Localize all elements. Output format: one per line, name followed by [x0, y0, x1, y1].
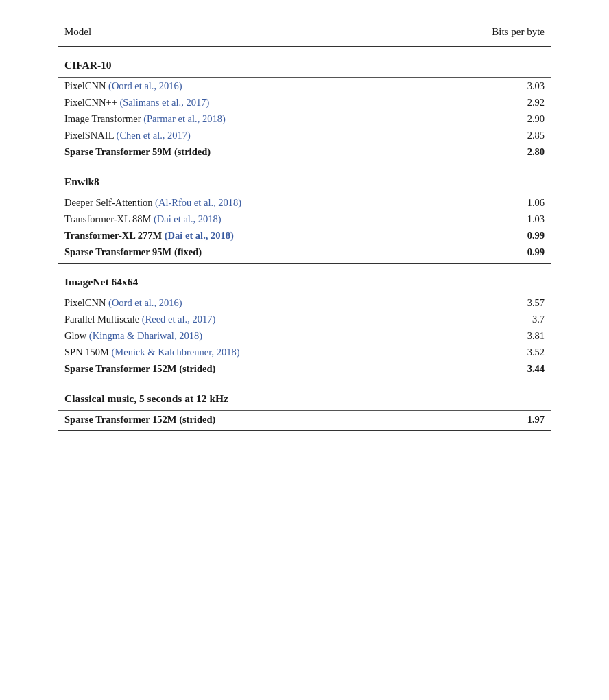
- model-cell: Glow (Kingma & Dhariwal, 2018): [58, 327, 424, 344]
- value-cell: 0.99: [424, 227, 551, 244]
- table-row: Deeper Self-Attention (Al-Rfou et al., 2…: [58, 194, 551, 211]
- table-row: Image Transformer (Parmar et al., 2018)2…: [58, 110, 551, 127]
- citation-link[interactable]: (Oord et al., 2016): [108, 80, 182, 91]
- table-row: SPN 150M (Menick & Kalchbrenner, 2018)3.…: [58, 344, 551, 360]
- table-row: Sparse Transformer 59M (strided)2.80: [58, 143, 551, 160]
- value-cell: 2.80: [424, 143, 551, 160]
- model-cell: Parallel Multiscale (Reed et al., 2017): [58, 311, 424, 327]
- value-cell: 1.03: [424, 211, 551, 227]
- section-header-enwik8: Enwik8: [58, 163, 551, 194]
- citation-link[interactable]: (Salimans et al., 2017): [119, 97, 209, 108]
- model-cell: Sparse Transformer 152M (strided): [58, 411, 424, 428]
- table-row: Sparse Transformer 95M (fixed)0.99: [58, 244, 551, 260]
- table-row: Glow (Kingma & Dhariwal, 2018)3.81: [58, 327, 551, 344]
- value-cell: 3.03: [424, 78, 551, 94]
- citation-link[interactable]: (Oord et al., 2016): [108, 297, 182, 308]
- table-row: PixelCNN (Oord et al., 2016)3.57: [58, 294, 551, 311]
- section-title-imagenet64: ImageNet 64x64: [58, 264, 551, 294]
- model-cell: PixelCNN (Oord et al., 2016): [58, 78, 424, 94]
- citation-link[interactable]: (Al-Rfou et al., 2018): [155, 197, 241, 208]
- citation-link[interactable]: (Parmar et al., 2018): [143, 113, 226, 124]
- table-row: PixelCNN (Oord et al., 2016)3.03: [58, 78, 551, 94]
- model-cell: Sparse Transformer 152M (strided): [58, 360, 424, 377]
- section-title-classical: Classical music, 5 seconds at 12 kHz: [58, 380, 551, 411]
- value-cell: 3.44: [424, 360, 551, 377]
- value-cell: 1.06: [424, 194, 551, 211]
- table-row: Transformer-XL 277M (Dai et al., 2018)0.…: [58, 227, 551, 244]
- model-cell: Transformer-XL 88M (Dai et al., 2018): [58, 211, 424, 227]
- model-cell: Sparse Transformer 59M (strided): [58, 143, 424, 160]
- value-cell: 2.90: [424, 110, 551, 127]
- model-cell: PixelSNAIL (Chen et al., 2017): [58, 127, 424, 143]
- value-cell: 0.99: [424, 244, 551, 260]
- citation-link[interactable]: (Chen et al., 2017): [117, 130, 191, 141]
- divider-bottom-classical: [58, 428, 551, 431]
- model-cell: Sparse Transformer 95M (fixed): [58, 244, 424, 260]
- value-cell: 1.97: [424, 411, 551, 428]
- section-title-enwik8: Enwik8: [58, 163, 551, 194]
- section-header-classical: Classical music, 5 seconds at 12 kHz: [58, 380, 551, 411]
- metric-column-header: Bits per byte: [424, 21, 551, 47]
- value-cell: 3.7: [424, 311, 551, 327]
- value-cell: 3.57: [424, 294, 551, 311]
- section-title-cifar10: CIFAR-10: [58, 47, 551, 78]
- table-row: Sparse Transformer 152M (strided)1.97: [58, 411, 551, 428]
- table-row: Transformer-XL 88M (Dai et al., 2018)1.0…: [58, 211, 551, 227]
- model-cell: Deeper Self-Attention (Al-Rfou et al., 2…: [58, 194, 424, 211]
- table-row: Sparse Transformer 152M (strided)3.44: [58, 360, 551, 377]
- value-cell: 2.85: [424, 127, 551, 143]
- citation-link[interactable]: (Menick & Kalchbrenner, 2018): [112, 347, 240, 358]
- model-column-header: Model: [58, 21, 424, 47]
- value-cell: 3.81: [424, 327, 551, 344]
- model-cell: PixelCNN (Oord et al., 2016): [58, 294, 424, 311]
- citation-link[interactable]: (Kingma & Dhariwal, 2018): [89, 330, 202, 341]
- comparison-table: Model Bits per byte CIFAR-10PixelCNN (Oo…: [58, 21, 551, 431]
- model-cell: PixelCNN++ (Salimans et al., 2017): [58, 94, 424, 110]
- table-row: PixelSNAIL (Chen et al., 2017)2.85: [58, 127, 551, 143]
- model-cell: SPN 150M (Menick & Kalchbrenner, 2018): [58, 344, 424, 360]
- citation-link[interactable]: (Dai et al., 2018): [165, 230, 234, 241]
- table-header: Model Bits per byte: [58, 21, 551, 47]
- value-cell: 3.52: [424, 344, 551, 360]
- section-header-cifar10: CIFAR-10: [58, 47, 551, 78]
- table-container: Model Bits per byte CIFAR-10PixelCNN (Oo…: [58, 21, 551, 431]
- citation-link[interactable]: (Reed et al., 2017): [142, 314, 216, 325]
- model-cell: Transformer-XL 277M (Dai et al., 2018): [58, 227, 424, 244]
- value-cell: 2.92: [424, 94, 551, 110]
- table-row: PixelCNN++ (Salimans et al., 2017)2.92: [58, 94, 551, 110]
- model-cell: Image Transformer (Parmar et al., 2018): [58, 110, 424, 127]
- section-header-imagenet64: ImageNet 64x64: [58, 264, 551, 294]
- table-row: Parallel Multiscale (Reed et al., 2017)3…: [58, 311, 551, 327]
- citation-link[interactable]: (Dai et al., 2018): [154, 213, 222, 224]
